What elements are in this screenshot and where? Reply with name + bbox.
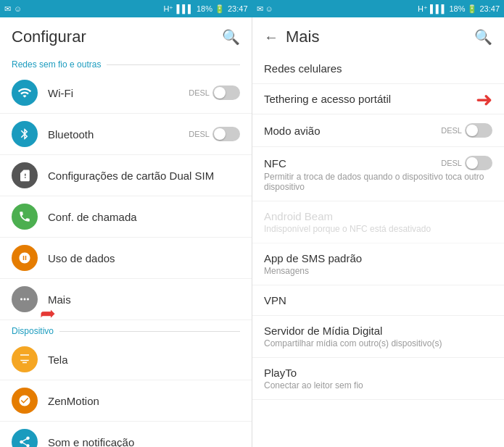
wifi-toggle-switch[interactable] xyxy=(212,85,240,100)
vpn-row: VPN xyxy=(264,294,492,306)
sms-sub: Mensagens xyxy=(264,266,492,276)
zen-label: ZenMotion xyxy=(48,395,240,407)
sidebar-item-data[interactable]: Uso de dados xyxy=(0,238,252,279)
right-item-tethering[interactable]: Tethering e acesso portátil ➜ xyxy=(252,84,504,114)
sidebar-item-sound[interactable]: Som e notificação xyxy=(0,422,252,447)
android-beam-row: Android Beam xyxy=(264,210,492,222)
section-dispositivo: Dispositivo xyxy=(0,320,252,339)
wifi-icon xyxy=(12,80,38,106)
sidebar-item-wifi[interactable]: Wi-Fi DESL xyxy=(0,72,252,114)
signal-right: H⁺ xyxy=(418,4,428,14)
sidebar-item-screen[interactable]: Tela xyxy=(0,339,252,380)
msg-icon-right: ✉ xyxy=(257,4,263,14)
screen-label: Tela xyxy=(48,354,240,366)
right-item-android-beam: Android Beam Indisponível porque o NFC e… xyxy=(252,201,504,243)
status-bar-right: ✉ ☺ H⁺ ▌▌▌ 18% 🔋 23:47 xyxy=(252,0,505,17)
status-bar: ✉ ☺ H⁺ ▌▌▌ 18% 🔋 23:47 ✉ ☺ H⁺ ▌▌▌ 18% 🔋 … xyxy=(0,0,504,17)
modo-aviao-title: Modo avião xyxy=(264,125,321,137)
face-icon-right: ☺ xyxy=(265,4,273,13)
right-panel-header: ← Mais 🔍 xyxy=(252,17,504,54)
bars-icon: ▌▌▌ xyxy=(177,4,194,13)
face-icon: ☺ xyxy=(14,4,22,13)
mais-label: Mais xyxy=(48,293,240,306)
bluetooth-label: Bluetooth xyxy=(48,128,189,141)
midia-title: Servidor de Mídia Digital xyxy=(264,325,382,337)
right-item-modo-aviao[interactable]: Modo avião DESL xyxy=(252,114,504,147)
vpn-title: VPN xyxy=(264,294,286,306)
playto-sub: Conectar ao leitor sem fio xyxy=(264,380,492,390)
wifi-label: Wi-Fi xyxy=(48,87,189,99)
bluetooth-toggle[interactable]: DESL xyxy=(189,127,240,141)
sim-label: Configurações de cartão Dual SIM xyxy=(48,170,240,182)
data-icon xyxy=(12,245,38,271)
panels: Configurar 🔍 Redes sem fio e outras Wi-F… xyxy=(0,17,504,447)
android-beam-sub: Indisponível porque o NFC está desativad… xyxy=(264,224,492,234)
nfc-row: NFC DESL xyxy=(264,156,492,170)
call-icon xyxy=(12,204,38,230)
section-redes: Redes sem fio e outras xyxy=(0,54,252,72)
bluetooth-icon xyxy=(12,121,38,147)
tethering-title: Tethering e acesso portátil xyxy=(264,93,391,105)
left-search-button[interactable]: 🔍 xyxy=(222,28,240,46)
sidebar-item-sim[interactable]: Configurações de cartão Dual SIM xyxy=(0,155,252,196)
mais-arrow: ➥ xyxy=(40,303,56,325)
tethering-row: Tethering e acesso portátil ➜ xyxy=(264,93,492,105)
nfc-switch[interactable] xyxy=(465,156,492,170)
sidebar-item-mais[interactable]: Mais ➥ xyxy=(0,279,252,320)
back-button[interactable]: ← xyxy=(264,29,278,46)
right-item-nfc[interactable]: NFC DESL Permitir a troca de dados quand… xyxy=(252,147,504,201)
right-item-sms[interactable]: App de SMS padrão Mensagens xyxy=(252,243,504,285)
right-header-left: ← Mais xyxy=(264,28,319,46)
battery-right: 18% 🔋 xyxy=(449,4,477,14)
sidebar-item-bluetooth[interactable]: Bluetooth DESL xyxy=(0,114,252,155)
status-bar-left: ✉ ☺ H⁺ ▌▌▌ 18% 🔋 23:47 xyxy=(0,0,252,17)
signal-icon: H⁺ xyxy=(164,4,174,14)
battery-icon: 18% 🔋 xyxy=(197,4,225,14)
sms-row: App de SMS padrão xyxy=(264,252,492,264)
android-beam-title: Android Beam xyxy=(264,210,333,222)
left-panel-title: Configurar xyxy=(12,28,86,46)
zen-icon xyxy=(12,388,38,414)
left-panel: Configurar 🔍 Redes sem fio e outras Wi-F… xyxy=(0,17,252,447)
right-panel: ← Mais 🔍 Redes celulares Tethering e ace… xyxy=(252,17,504,447)
message-icon: ✉ xyxy=(4,4,11,14)
sim-icon xyxy=(12,162,38,188)
right-item-redes-celulares[interactable]: Redes celulares xyxy=(252,54,504,84)
modo-aviao-row: Modo avião DESL xyxy=(264,123,492,138)
screen-icon xyxy=(12,346,38,372)
sound-label: Som e notificação xyxy=(48,436,240,448)
bars-right: ▌▌▌ xyxy=(430,4,447,13)
nfc-toggle[interactable]: DESL xyxy=(441,156,492,170)
sidebar-item-call[interactable]: Conf. de chamada xyxy=(0,196,252,238)
time-right: 23:47 xyxy=(479,4,500,13)
redes-celulares-title: Redes celulares xyxy=(264,62,342,75)
nfc-sub: Permitir a troca de dados quando o dispo… xyxy=(264,172,492,192)
sound-icon xyxy=(12,429,38,447)
right-item-playto[interactable]: PlayTo Conectar ao leitor sem fio xyxy=(252,358,504,400)
sms-title: App de SMS padrão xyxy=(264,252,362,264)
right-panel-content: Redes celulares Tethering e acesso portá… xyxy=(252,54,504,447)
wifi-toggle[interactable]: DESL xyxy=(189,85,240,100)
modo-aviao-switch[interactable] xyxy=(465,123,492,138)
nfc-title: NFC xyxy=(264,157,286,170)
tethering-arrow: ➜ xyxy=(476,87,492,111)
time-left: 23:47 xyxy=(228,4,248,13)
modo-aviao-toggle[interactable]: DESL xyxy=(441,123,492,138)
right-item-midia[interactable]: Servidor de Mídia Digital Compartilhar m… xyxy=(252,316,504,358)
right-item-vpn[interactable]: VPN xyxy=(252,285,504,316)
playto-title: PlayTo xyxy=(264,367,297,379)
midia-sub: Compartilhar mídia com outro(s) disposit… xyxy=(264,338,492,348)
call-label: Conf. de chamada xyxy=(48,211,240,223)
midia-row: Servidor de Mídia Digital xyxy=(264,325,492,337)
data-label: Uso de dados xyxy=(48,252,240,264)
redes-celulares-row: Redes celulares xyxy=(264,62,492,75)
right-panel-title: Mais xyxy=(286,28,319,46)
more-icon xyxy=(12,286,38,312)
bluetooth-toggle-switch[interactable] xyxy=(212,127,240,141)
playto-row: PlayTo xyxy=(264,367,492,379)
sidebar-item-zen[interactable]: ZenMotion xyxy=(0,380,252,422)
right-search-button[interactable]: 🔍 xyxy=(474,28,492,46)
left-panel-header: Configurar 🔍 xyxy=(0,17,252,54)
